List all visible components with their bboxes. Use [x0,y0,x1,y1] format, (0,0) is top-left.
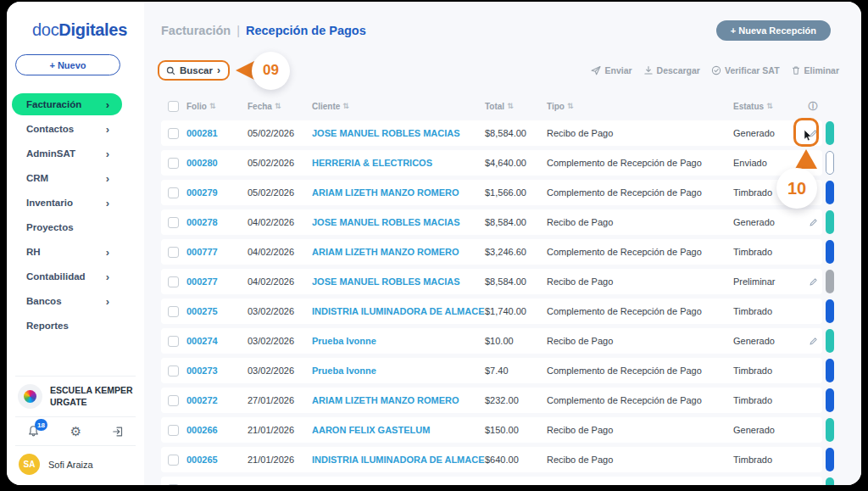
column-header-total[interactable]: Total⇅ [485,102,547,111]
new-reception-button[interactable]: + Nueva Recepción [716,20,831,41]
tipo-cell: Recibo de Pago [547,336,733,346]
total-cell: $150.00 [485,425,547,435]
sidebar-item-contabilidad[interactable]: Contabilidad› [12,265,122,287]
total-cell: $8,584.00 [485,128,547,138]
company-row[interactable]: ESCUELA KEMPER URGATE [7,377,144,416]
estatus-cell: Timbrado [733,247,804,257]
table-row[interactable]: 00026521/01/2026INDISTRIA ILUMINADORA DE… [161,447,822,472]
table-row[interactable]: 00027403/02/2026Prueba Ivonne$10.00Recib… [161,328,822,354]
folio-link[interactable]: 000265 [186,455,248,465]
folio-link[interactable]: 000266 [186,425,248,435]
column-header-folio[interactable]: Folio⇅ [186,102,248,111]
cliente-link[interactable]: AARON FELIX GASTELUM [312,484,485,485]
folio-link[interactable]: 000274 [186,336,248,346]
row-checkbox[interactable] [168,187,179,198]
row-checkbox[interactable] [168,306,179,317]
sidebar-item-rh[interactable]: RH› [12,241,122,263]
sidebar-item-proyectos[interactable]: Proyectos [12,216,122,238]
table-row[interactable]: 00027905/02/2026ARIAM LIZETH MANZO ROMER… [161,180,822,205]
sidebar-item-contactos[interactable]: Contactos› [12,118,122,140]
fecha-cell: 03/02/2026 [248,306,312,316]
chevron-right-icon: › [106,173,109,184]
settings-button[interactable]: ⚙ [70,425,81,438]
table-row[interactable]: 00026621/01/2026AARON FELIX GASTELUM$150… [161,417,822,443]
table-row[interactable]: 00028005/02/2026HERRERIA & ELECTRICOS$4,… [161,150,822,176]
column-header-estatus[interactable]: Estatus⇅ [733,102,804,111]
column-header-cliente[interactable]: Cliente⇅ [312,102,485,111]
fecha-cell: 05/02/2026 [248,128,312,138]
cliente-link[interactable]: ARIAM LIZETH MANZO ROMERO [312,247,485,257]
action-verificar-sat[interactable]: Verificar SAT [711,65,780,75]
status-bar-blue [826,299,834,323]
action-label: Eliminar [804,65,839,75]
row-checkbox[interactable] [168,365,179,377]
folio-link[interactable]: 000280 [186,158,248,168]
cliente-link[interactable]: Prueba Ivonne [312,336,485,346]
column-header-fecha[interactable]: Fecha⇅ [248,102,312,111]
chevron-right-icon: › [106,296,109,307]
cliente-link[interactable]: INDISTRIA ILUMINADORA DE ALMACENES [312,455,485,465]
cliente-link[interactable]: ARIAM LIZETH MANZO ROMERO [312,187,485,198]
table-row[interactable]: 00027503/02/2026INDISTRIA ILUMINADORA DE… [161,299,822,324]
edit-button[interactable] [804,485,822,486]
table-row[interactable]: 00027804/02/2026JOSE MANUEL ROBLES MACIA… [161,209,822,235]
row-checkbox[interactable] [168,247,179,258]
sort-icon: ⇅ [567,102,574,110]
edit-button[interactable] [804,218,822,227]
sidebar-item-label: Facturación [26,99,81,109]
folio-link[interactable]: 000277 [186,276,248,287]
select-all-checkbox[interactable] [168,101,179,112]
sidebar-item-reportes[interactable]: Reportes [12,315,122,337]
action-eliminar[interactable]: Eliminar [791,65,839,75]
breadcrumb-parent[interactable]: Facturación [161,24,231,37]
folio-link[interactable]: 000272 [186,395,248,405]
row-checkbox[interactable] [168,425,179,436]
column-header-tipo[interactable]: Tipo⇅ [547,102,733,111]
action-descargar[interactable]: Descargar [643,65,700,75]
folio-link[interactable]: 000281 [186,128,248,138]
table-row[interactable]: 00027303/02/2026Prueba Ivonne$7.40Comple… [161,358,822,383]
table-row[interactable]: 00027704/02/2026JOSE MANUEL ROBLES MACIA… [161,269,822,294]
folio-link[interactable]: 000264 [186,484,248,485]
cliente-link[interactable]: Prueba Ivonne [312,365,485,376]
logout-button[interactable] [112,426,124,438]
cliente-link[interactable]: JOSE MANUEL ROBLES MACIAS [312,276,485,287]
notifications-button[interactable]: 18 [27,425,40,438]
table-row[interactable]: 00026421/01/2026AARON FELIX GASTELUM$300… [161,477,822,485]
row-checkbox[interactable] [168,128,179,139]
row-checkbox[interactable] [168,484,179,486]
table-row[interactable]: 00077704/02/2026ARIAM LIZETH MANZO ROMER… [161,239,822,265]
sidebar-item-crm[interactable]: CRM› [12,167,122,189]
new-button[interactable]: + Nuevo [15,54,120,75]
cliente-link[interactable]: JOSE MANUEL ROBLES MACIAS [312,217,485,227]
row-checkbox[interactable] [168,455,179,466]
row-checkbox[interactable] [168,217,179,228]
row-checkbox[interactable] [168,158,179,169]
row-checkbox[interactable] [168,276,179,287]
cliente-link[interactable]: AARON FELIX GASTELUM [312,425,485,435]
row-checkbox[interactable] [168,395,179,406]
edit-button[interactable] [804,337,822,346]
folio-link[interactable]: 000279 [186,187,248,198]
table-row[interactable]: 00027227/01/2026ARIAM LIZETH MANZO ROMER… [161,388,822,413]
cliente-link[interactable]: INDISTRIA ILUMINADORA DE ALMACENES [312,306,485,316]
cliente-link[interactable]: ARIAM LIZETH MANZO ROMERO [312,395,485,405]
folio-link[interactable]: 000777 [186,247,248,257]
row-checkbox[interactable] [168,336,179,347]
info-icon[interactable]: ⓘ [804,100,822,113]
action-enviar[interactable]: Enviar [591,65,632,75]
sidebar-item-adminsat[interactable]: AdminSAT› [12,142,122,165]
action-label: Verificar SAT [725,65,780,75]
sidebar-item-bancos[interactable]: Bancos› [12,290,122,312]
folio-link[interactable]: 000278 [186,217,248,227]
sidebar-item-facturaci-n[interactable]: Facturación› [12,93,122,115]
search-button[interactable]: Buscar › [158,60,230,81]
folio-link[interactable]: 000275 [186,306,248,316]
sidebar-item-inventario[interactable]: Inventario› [12,192,122,214]
table-row[interactable]: 00028105/02/2026JOSE MANUEL ROBLES MACIA… [161,120,822,146]
cliente-link[interactable]: JOSE MANUEL ROBLES MACIAS [312,128,485,138]
cliente-link[interactable]: HERRERIA & ELECTRICOS [312,158,485,168]
user-row[interactable]: SA Sofi Araiza [7,446,144,485]
edit-button[interactable] [804,277,822,287]
folio-link[interactable]: 000273 [186,365,248,376]
